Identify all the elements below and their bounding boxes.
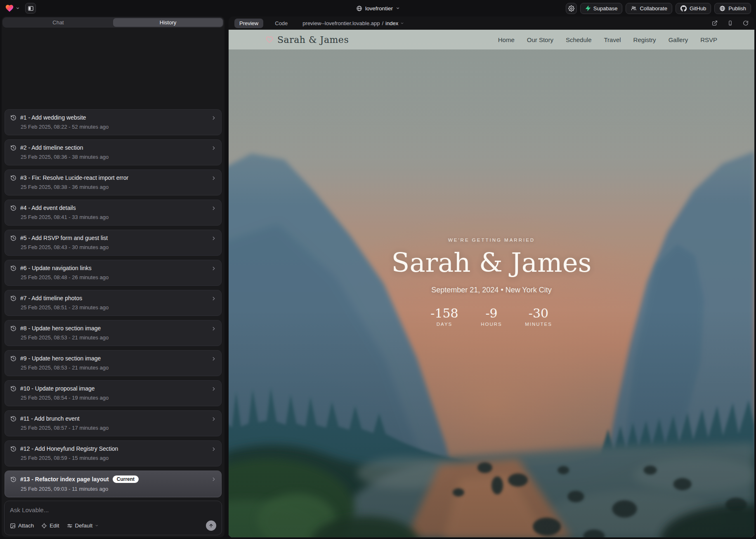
history-item-title: #4 - Add event details <box>20 205 76 211</box>
mobile-view-icon[interactable] <box>728 20 733 26</box>
chevron-down-icon <box>400 21 404 25</box>
nav-link-gallery[interactable]: Gallery <box>669 36 688 43</box>
nav-link-schedule[interactable]: Schedule <box>566 36 592 43</box>
countdown-label: DAYS <box>430 322 459 327</box>
nav-link-rsvp[interactable]: RSVP <box>700 36 717 43</box>
history-item-title: #10 - Update proposal image <box>20 385 95 392</box>
open-external-icon[interactable] <box>712 20 718 26</box>
history-item[interactable]: #9 - Update hero section image 25 Feb 20… <box>5 350 222 376</box>
url-page: index <box>385 20 398 26</box>
hero-section: WE'RE GETTING MARRIED Sarah & James Sept… <box>306 238 677 327</box>
nav-link-home[interactable]: Home <box>498 36 515 43</box>
site-logo[interactable]: Sarah & James <box>266 35 349 45</box>
history-icon <box>10 265 17 271</box>
history-item-timestamp: 25 Feb 2025, 08:41 - 33 minutes ago <box>21 214 207 220</box>
chevron-right-icon <box>211 416 217 422</box>
history-item[interactable]: #8 - Update hero section image 25 Feb 20… <box>5 320 222 346</box>
history-icon <box>10 235 17 241</box>
history-item-timestamp: 25 Feb 2025, 08:53 - 21 minutes ago <box>21 334 207 341</box>
history-item[interactable]: #10 - Update proposal image 25 Feb 2025,… <box>5 380 222 406</box>
countdown-cell: -30MINUTES <box>524 306 553 327</box>
preview-url[interactable]: preview--lovefrontier.lovable.app / inde… <box>302 20 404 26</box>
send-button[interactable] <box>206 520 216 531</box>
github-button[interactable]: GitHub <box>676 3 711 14</box>
history-icon <box>10 355 17 362</box>
publish-globe-icon <box>719 5 725 12</box>
users-icon <box>631 5 637 11</box>
chevron-right-icon <box>211 446 217 452</box>
url-separator: / <box>382 20 383 26</box>
lovable-logo-menu[interactable] <box>5 4 20 13</box>
history-item[interactable]: #12 - Add Honeyfund Registry Section 25 … <box>5 440 222 466</box>
history-item-title: #12 - Add Honeyfund Registry Section <box>20 445 118 452</box>
history-item[interactable]: #5 - Add RSVP form and guest list 25 Feb… <box>5 230 222 256</box>
supabase-button[interactable]: Supabase <box>580 3 623 14</box>
countdown-label: MINUTES <box>524 322 553 327</box>
history-item[interactable]: #11 - Add brunch event 25 Feb 2025, 08:5… <box>5 410 222 436</box>
nav-link-our-story[interactable]: Our Story <box>527 36 553 43</box>
project-switcher[interactable]: lovefrontier <box>356 0 400 16</box>
history-item[interactable]: #3 - Fix: Resolve Lucide-react import er… <box>5 169 222 195</box>
panel-tabbar: Chat History <box>2 17 224 28</box>
hero-title: Sarah & James <box>306 249 677 277</box>
countdown-value: -158 <box>430 306 459 320</box>
history-item[interactable]: #1 - Add wedding website 25 Feb 2025, 08… <box>5 109 222 135</box>
history-list: #1 - Add wedding website 25 Feb 2025, 08… <box>2 28 224 499</box>
composer: Attach Edit <box>4 501 222 535</box>
refresh-icon[interactable] <box>743 20 749 26</box>
site-header: Sarah & James HomeOur StoryScheduleTrave… <box>229 30 754 49</box>
tab-code[interactable]: Code <box>270 19 293 28</box>
chevron-down-icon <box>396 6 400 10</box>
history-item-title: #6 - Update navigation links <box>20 265 92 271</box>
chevron-down-icon <box>16 6 20 10</box>
chevron-right-icon <box>211 235 217 241</box>
tab-preview[interactable]: Preview <box>234 19 263 28</box>
sidebar-toggle-button[interactable] <box>25 3 36 14</box>
supabase-label: Supabase <box>593 5 618 12</box>
current-badge: Current <box>113 475 139 483</box>
history-icon <box>10 145 17 151</box>
chevron-right-icon <box>211 266 217 271</box>
history-icon <box>10 205 17 211</box>
attach-button[interactable]: Attach <box>10 523 34 529</box>
countdown-value: -30 <box>524 306 553 320</box>
history-item-timestamp: 25 Feb 2025, 09:03 - 11 minutes ago <box>21 486 207 492</box>
tab-chat[interactable]: Chat <box>3 18 113 27</box>
chevron-right-icon <box>211 326 217 332</box>
history-item[interactable]: #4 - Add event details 25 Feb 2025, 08:4… <box>5 200 222 226</box>
image-attach-icon <box>10 523 16 529</box>
chat-history-panel: Chat History #1 - Add wedding website 25… <box>2 16 224 537</box>
history-item-title: #13 - Refactor index page layout <box>20 476 109 483</box>
publish-label: Publish <box>728 5 746 12</box>
history-item[interactable]: #7 - Add timeline photos 25 Feb 2025, 08… <box>5 290 222 316</box>
mode-select[interactable]: Default <box>67 523 99 529</box>
history-item[interactable]: #13 - Refactor index page layout Current… <box>5 471 222 497</box>
chevron-right-icon <box>211 356 217 362</box>
nav-link-travel[interactable]: Travel <box>604 36 621 43</box>
settings-button[interactable] <box>566 3 577 14</box>
edit-select-button[interactable]: Edit <box>41 523 59 529</box>
panel-left-icon <box>28 5 34 12</box>
history-item[interactable]: #6 - Update navigation links 25 Feb 2025… <box>5 260 222 286</box>
history-item-title: #9 - Update hero section image <box>20 355 101 362</box>
nav-link-registry[interactable]: Registry <box>633 36 656 43</box>
globe-icon <box>356 5 362 12</box>
history-item-title: #5 - Add RSVP form and guest list <box>20 235 108 241</box>
chevron-down-icon <box>95 524 99 527</box>
history-item[interactable]: #2 - Add timeline section 25 Feb 2025, 0… <box>5 139 222 165</box>
history-item-title: #8 - Update hero section image <box>20 325 101 332</box>
history-item-timestamp: 25 Feb 2025, 08:36 - 38 minutes ago <box>21 154 207 160</box>
gear-icon <box>568 5 574 12</box>
ask-lovable-input[interactable] <box>10 506 216 513</box>
countdown-label: HOURS <box>477 322 506 327</box>
collaborate-button[interactable]: Collaborate <box>626 3 672 14</box>
tab-history[interactable]: History <box>113 18 223 27</box>
chevron-right-icon <box>211 476 217 482</box>
publish-button[interactable]: Publish <box>714 3 751 14</box>
chevron-right-icon <box>211 115 217 121</box>
chevron-right-icon <box>211 175 217 181</box>
site-nav: HomeOur StoryScheduleTravelRegistryGalle… <box>498 36 717 43</box>
preview-panel: Preview Code preview--lovefrontier.lovab… <box>229 16 754 537</box>
countdown-cell: -158DAYS <box>430 306 459 327</box>
history-icon <box>10 295 17 301</box>
